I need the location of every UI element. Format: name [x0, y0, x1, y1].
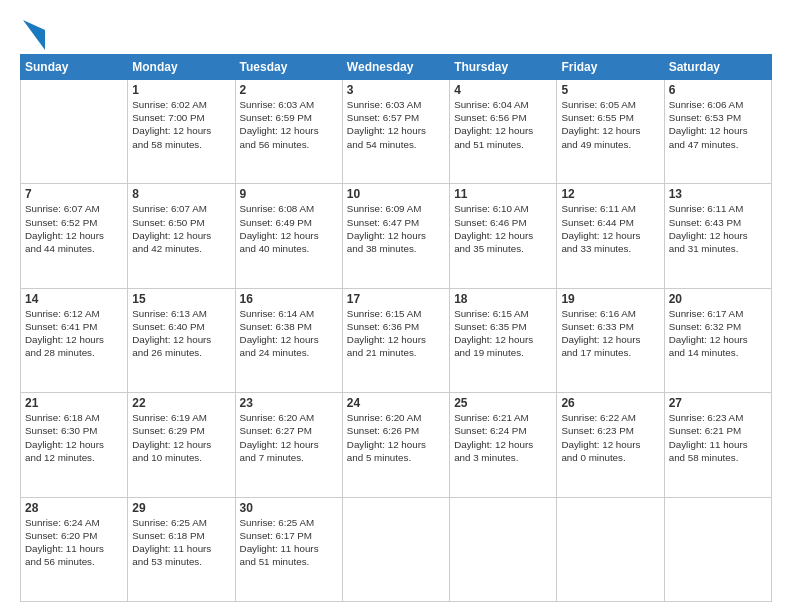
calendar-cell	[342, 497, 449, 601]
day-number: 2	[240, 83, 338, 97]
calendar-cell: 12Sunrise: 6:11 AM Sunset: 6:44 PM Dayli…	[557, 184, 664, 288]
day-info: Sunrise: 6:23 AM Sunset: 6:21 PM Dayligh…	[669, 411, 767, 464]
day-number: 28	[25, 501, 123, 515]
calendar-week-row: 7Sunrise: 6:07 AM Sunset: 6:52 PM Daylig…	[21, 184, 772, 288]
calendar-week-row: 1Sunrise: 6:02 AM Sunset: 7:00 PM Daylig…	[21, 80, 772, 184]
calendar-cell: 21Sunrise: 6:18 AM Sunset: 6:30 PM Dayli…	[21, 393, 128, 497]
calendar-cell	[664, 497, 771, 601]
day-info: Sunrise: 6:10 AM Sunset: 6:46 PM Dayligh…	[454, 202, 552, 255]
day-number: 26	[561, 396, 659, 410]
calendar-cell	[557, 497, 664, 601]
calendar: SundayMondayTuesdayWednesdayThursdayFrid…	[20, 54, 772, 602]
day-info: Sunrise: 6:11 AM Sunset: 6:43 PM Dayligh…	[669, 202, 767, 255]
calendar-cell: 8Sunrise: 6:07 AM Sunset: 6:50 PM Daylig…	[128, 184, 235, 288]
day-number: 24	[347, 396, 445, 410]
day-info: Sunrise: 6:18 AM Sunset: 6:30 PM Dayligh…	[25, 411, 123, 464]
calendar-week-row: 21Sunrise: 6:18 AM Sunset: 6:30 PM Dayli…	[21, 393, 772, 497]
day-info: Sunrise: 6:03 AM Sunset: 6:59 PM Dayligh…	[240, 98, 338, 151]
day-number: 3	[347, 83, 445, 97]
calendar-cell: 1Sunrise: 6:02 AM Sunset: 7:00 PM Daylig…	[128, 80, 235, 184]
calendar-week-row: 28Sunrise: 6:24 AM Sunset: 6:20 PM Dayli…	[21, 497, 772, 601]
day-number: 8	[132, 187, 230, 201]
day-number: 17	[347, 292, 445, 306]
day-info: Sunrise: 6:19 AM Sunset: 6:29 PM Dayligh…	[132, 411, 230, 464]
calendar-cell: 27Sunrise: 6:23 AM Sunset: 6:21 PM Dayli…	[664, 393, 771, 497]
day-info: Sunrise: 6:08 AM Sunset: 6:49 PM Dayligh…	[240, 202, 338, 255]
calendar-cell: 25Sunrise: 6:21 AM Sunset: 6:24 PM Dayli…	[450, 393, 557, 497]
calendar-cell: 22Sunrise: 6:19 AM Sunset: 6:29 PM Dayli…	[128, 393, 235, 497]
calendar-cell: 4Sunrise: 6:04 AM Sunset: 6:56 PM Daylig…	[450, 80, 557, 184]
day-info: Sunrise: 6:20 AM Sunset: 6:27 PM Dayligh…	[240, 411, 338, 464]
day-number: 11	[454, 187, 552, 201]
weekday-header-row: SundayMondayTuesdayWednesdayThursdayFrid…	[21, 55, 772, 80]
day-info: Sunrise: 6:24 AM Sunset: 6:20 PM Dayligh…	[25, 516, 123, 569]
calendar-cell: 23Sunrise: 6:20 AM Sunset: 6:27 PM Dayli…	[235, 393, 342, 497]
day-info: Sunrise: 6:25 AM Sunset: 6:18 PM Dayligh…	[132, 516, 230, 569]
calendar-cell: 11Sunrise: 6:10 AM Sunset: 6:46 PM Dayli…	[450, 184, 557, 288]
day-info: Sunrise: 6:20 AM Sunset: 6:26 PM Dayligh…	[347, 411, 445, 464]
day-number: 23	[240, 396, 338, 410]
weekday-header: Friday	[557, 55, 664, 80]
calendar-week-row: 14Sunrise: 6:12 AM Sunset: 6:41 PM Dayli…	[21, 288, 772, 392]
calendar-cell: 13Sunrise: 6:11 AM Sunset: 6:43 PM Dayli…	[664, 184, 771, 288]
day-number: 10	[347, 187, 445, 201]
calendar-cell: 3Sunrise: 6:03 AM Sunset: 6:57 PM Daylig…	[342, 80, 449, 184]
weekday-header: Thursday	[450, 55, 557, 80]
day-number: 1	[132, 83, 230, 97]
calendar-cell: 5Sunrise: 6:05 AM Sunset: 6:55 PM Daylig…	[557, 80, 664, 184]
calendar-cell: 7Sunrise: 6:07 AM Sunset: 6:52 PM Daylig…	[21, 184, 128, 288]
day-number: 13	[669, 187, 767, 201]
day-info: Sunrise: 6:15 AM Sunset: 6:36 PM Dayligh…	[347, 307, 445, 360]
day-number: 7	[25, 187, 123, 201]
day-number: 4	[454, 83, 552, 97]
day-info: Sunrise: 6:03 AM Sunset: 6:57 PM Dayligh…	[347, 98, 445, 151]
calendar-cell: 28Sunrise: 6:24 AM Sunset: 6:20 PM Dayli…	[21, 497, 128, 601]
day-number: 15	[132, 292, 230, 306]
day-info: Sunrise: 6:12 AM Sunset: 6:41 PM Dayligh…	[25, 307, 123, 360]
day-number: 25	[454, 396, 552, 410]
day-info: Sunrise: 6:04 AM Sunset: 6:56 PM Dayligh…	[454, 98, 552, 151]
day-info: Sunrise: 6:06 AM Sunset: 6:53 PM Dayligh…	[669, 98, 767, 151]
day-info: Sunrise: 6:07 AM Sunset: 6:52 PM Dayligh…	[25, 202, 123, 255]
day-number: 19	[561, 292, 659, 306]
day-info: Sunrise: 6:14 AM Sunset: 6:38 PM Dayligh…	[240, 307, 338, 360]
calendar-cell: 6Sunrise: 6:06 AM Sunset: 6:53 PM Daylig…	[664, 80, 771, 184]
day-number: 9	[240, 187, 338, 201]
header	[20, 16, 772, 50]
weekday-header: Saturday	[664, 55, 771, 80]
day-info: Sunrise: 6:17 AM Sunset: 6:32 PM Dayligh…	[669, 307, 767, 360]
calendar-cell: 15Sunrise: 6:13 AM Sunset: 6:40 PM Dayli…	[128, 288, 235, 392]
calendar-cell: 2Sunrise: 6:03 AM Sunset: 6:59 PM Daylig…	[235, 80, 342, 184]
calendar-cell: 18Sunrise: 6:15 AM Sunset: 6:35 PM Dayli…	[450, 288, 557, 392]
day-number: 27	[669, 396, 767, 410]
calendar-cell	[450, 497, 557, 601]
day-number: 21	[25, 396, 123, 410]
calendar-cell: 16Sunrise: 6:14 AM Sunset: 6:38 PM Dayli…	[235, 288, 342, 392]
calendar-cell: 29Sunrise: 6:25 AM Sunset: 6:18 PM Dayli…	[128, 497, 235, 601]
calendar-cell: 10Sunrise: 6:09 AM Sunset: 6:47 PM Dayli…	[342, 184, 449, 288]
calendar-cell: 26Sunrise: 6:22 AM Sunset: 6:23 PM Dayli…	[557, 393, 664, 497]
day-info: Sunrise: 6:16 AM Sunset: 6:33 PM Dayligh…	[561, 307, 659, 360]
day-info: Sunrise: 6:11 AM Sunset: 6:44 PM Dayligh…	[561, 202, 659, 255]
calendar-cell: 17Sunrise: 6:15 AM Sunset: 6:36 PM Dayli…	[342, 288, 449, 392]
day-number: 22	[132, 396, 230, 410]
logo	[20, 20, 45, 50]
day-number: 29	[132, 501, 230, 515]
calendar-cell: 30Sunrise: 6:25 AM Sunset: 6:17 PM Dayli…	[235, 497, 342, 601]
calendar-cell	[21, 80, 128, 184]
day-number: 30	[240, 501, 338, 515]
day-info: Sunrise: 6:09 AM Sunset: 6:47 PM Dayligh…	[347, 202, 445, 255]
calendar-cell: 20Sunrise: 6:17 AM Sunset: 6:32 PM Dayli…	[664, 288, 771, 392]
day-info: Sunrise: 6:13 AM Sunset: 6:40 PM Dayligh…	[132, 307, 230, 360]
day-number: 18	[454, 292, 552, 306]
day-info: Sunrise: 6:05 AM Sunset: 6:55 PM Dayligh…	[561, 98, 659, 151]
day-info: Sunrise: 6:21 AM Sunset: 6:24 PM Dayligh…	[454, 411, 552, 464]
day-number: 6	[669, 83, 767, 97]
day-number: 16	[240, 292, 338, 306]
svg-marker-0	[23, 20, 45, 50]
day-info: Sunrise: 6:02 AM Sunset: 7:00 PM Dayligh…	[132, 98, 230, 151]
day-number: 12	[561, 187, 659, 201]
weekday-header: Sunday	[21, 55, 128, 80]
day-number: 5	[561, 83, 659, 97]
day-info: Sunrise: 6:15 AM Sunset: 6:35 PM Dayligh…	[454, 307, 552, 360]
